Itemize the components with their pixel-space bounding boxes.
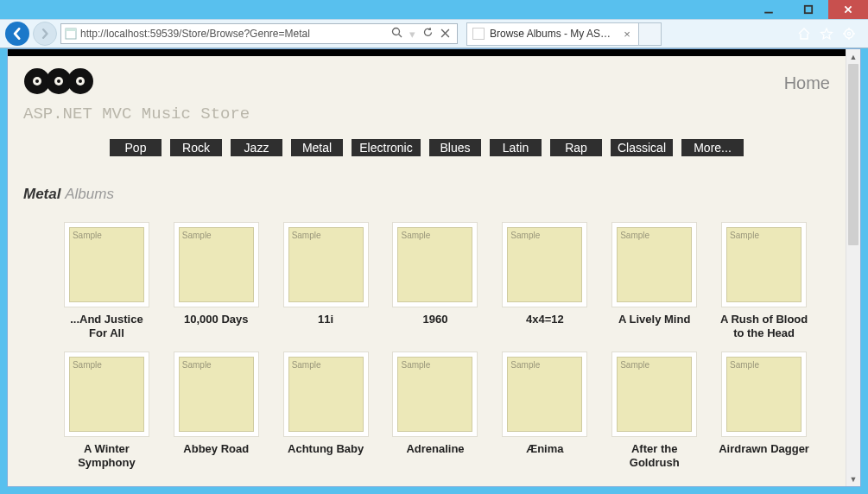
cover-placeholder: Sample bbox=[726, 227, 801, 302]
svg-point-10 bbox=[845, 29, 853, 38]
browser-viewport: Home ASP.NET MVC Music Store PopRockJazz… bbox=[7, 48, 861, 487]
album-cover[interactable]: Sample bbox=[283, 352, 369, 437]
album-item[interactable]: SampleA Lively Mind bbox=[607, 222, 701, 339]
scroll-down-button[interactable]: ▼ bbox=[846, 472, 860, 486]
album-item[interactable]: SampleAfter the Goldrush bbox=[607, 352, 701, 469]
album-title: A Rush of Blood to the Head bbox=[717, 313, 811, 339]
album-cover[interactable]: Sample bbox=[611, 352, 697, 437]
album-item[interactable]: SampleAdrenaline bbox=[389, 352, 483, 469]
album-title: A Winter Symphony bbox=[60, 442, 154, 469]
cover-placeholder: Sample bbox=[617, 357, 692, 432]
album-item[interactable]: SampleAbbey Road bbox=[169, 352, 263, 469]
album-item[interactable]: Sample4x4=12 bbox=[497, 222, 592, 339]
window-titlebar bbox=[0, 0, 868, 19]
genre-link-rock[interactable]: Rock bbox=[170, 139, 222, 156]
album-item[interactable]: SampleAchtung Baby bbox=[279, 352, 373, 469]
genre-link-latin[interactable]: Latin bbox=[490, 139, 542, 156]
vertical-scrollbar[interactable]: ▲ ▼ bbox=[846, 49, 860, 486]
cover-placeholder: Sample bbox=[179, 227, 254, 302]
album-title: After the Goldrush bbox=[607, 442, 701, 469]
cover-sample-label: Sample bbox=[292, 360, 321, 370]
svg-rect-5 bbox=[66, 28, 76, 31]
svg-point-23 bbox=[57, 79, 60, 83]
album-title: ...And Justice For All bbox=[60, 313, 154, 339]
cover-sample-label: Sample bbox=[182, 360, 212, 370]
album-title: Achtung Baby bbox=[288, 442, 364, 456]
genre-link-blues[interactable]: Blues bbox=[429, 139, 481, 156]
genre-link-pop[interactable]: Pop bbox=[110, 139, 162, 156]
site-logo[interactable] bbox=[23, 65, 94, 101]
album-cover[interactable]: Sample bbox=[64, 222, 149, 307]
refresh-icon[interactable] bbox=[422, 27, 434, 41]
album-cover[interactable]: Sample bbox=[283, 222, 369, 307]
nav-forward-button[interactable] bbox=[33, 22, 57, 46]
cover-sample-label: Sample bbox=[620, 360, 649, 370]
address-bar[interactable]: ▾ bbox=[60, 23, 458, 44]
album-cover[interactable]: Sample bbox=[502, 352, 587, 437]
genre-link-classical[interactable]: Classical bbox=[611, 139, 673, 156]
genre-link-metal[interactable]: Metal bbox=[291, 139, 343, 156]
album-item[interactable]: Sample11i bbox=[279, 222, 373, 339]
album-cover[interactable]: Sample bbox=[721, 352, 807, 437]
album-cover[interactable]: Sample bbox=[721, 222, 807, 307]
browser-tab[interactable]: Browse Albums - My ASP.N... × bbox=[466, 22, 639, 46]
section-genre-name: Metal bbox=[23, 186, 60, 202]
tools-icon[interactable] bbox=[842, 27, 856, 41]
logo-rings-icon bbox=[23, 65, 94, 98]
favorites-icon[interactable] bbox=[820, 27, 833, 41]
album-cover[interactable]: Sample bbox=[392, 222, 478, 307]
album-item[interactable]: SampleÆnima bbox=[497, 352, 592, 469]
cover-placeholder: Sample bbox=[397, 227, 472, 302]
genre-link-jazz[interactable]: Jazz bbox=[231, 139, 282, 156]
svg-point-24 bbox=[79, 79, 82, 83]
tab-favicon-icon bbox=[472, 28, 485, 40]
window-minimize-button[interactable] bbox=[749, 0, 789, 19]
album-item[interactable]: Sample10,000 Days bbox=[169, 222, 263, 339]
page-favicon-icon bbox=[65, 28, 77, 40]
cover-placeholder: Sample bbox=[397, 357, 472, 432]
album-item[interactable]: Sample...And Justice For All bbox=[60, 222, 154, 339]
stop-icon[interactable] bbox=[440, 28, 450, 41]
tab-strip: Browse Albums - My ASP.N... × bbox=[466, 22, 662, 46]
album-item[interactable]: SampleA Rush of Blood to the Head bbox=[717, 222, 811, 339]
cover-placeholder: Sample bbox=[69, 357, 144, 432]
genre-link-rap[interactable]: Rap bbox=[550, 139, 602, 156]
window-maximize-button[interactable] bbox=[789, 0, 828, 19]
cover-sample-label: Sample bbox=[73, 360, 102, 370]
album-cover[interactable]: Sample bbox=[174, 352, 259, 437]
window-close-button[interactable] bbox=[828, 0, 868, 19]
nav-back-button[interactable] bbox=[5, 22, 29, 46]
home-icon[interactable] bbox=[797, 27, 811, 41]
svg-point-11 bbox=[847, 32, 850, 35]
cover-sample-label: Sample bbox=[510, 231, 540, 240]
album-item[interactable]: SampleAirdrawn Dagger bbox=[717, 352, 811, 469]
page-scroll-area[interactable]: Home ASP.NET MVC Music Store PopRockJazz… bbox=[8, 49, 846, 486]
album-item[interactable]: Sample1960 bbox=[389, 222, 483, 339]
album-grid: Sample...And Justice For AllSample10,000… bbox=[8, 203, 846, 486]
cover-sample-label: Sample bbox=[292, 231, 321, 240]
album-cover[interactable]: Sample bbox=[502, 222, 587, 307]
scroll-up-button[interactable]: ▲ bbox=[846, 49, 860, 64]
album-cover[interactable]: Sample bbox=[64, 352, 149, 437]
album-title: Adrenaline bbox=[406, 442, 464, 456]
cover-placeholder: Sample bbox=[507, 357, 582, 432]
album-cover[interactable]: Sample bbox=[174, 222, 259, 307]
genre-link-electronic[interactable]: Electronic bbox=[352, 139, 421, 156]
svg-point-6 bbox=[393, 28, 400, 35]
tab-close-button[interactable]: × bbox=[621, 28, 633, 41]
new-tab-button[interactable] bbox=[639, 22, 662, 46]
album-title: 1960 bbox=[423, 313, 448, 326]
album-item[interactable]: SampleA Winter Symphony bbox=[60, 352, 154, 469]
genre-link-more[interactable]: More... bbox=[681, 139, 744, 156]
album-cover[interactable]: Sample bbox=[392, 352, 478, 437]
album-cover[interactable]: Sample bbox=[611, 222, 697, 307]
home-nav-link[interactable]: Home bbox=[784, 73, 830, 93]
svg-rect-1 bbox=[805, 6, 812, 13]
address-bar-controls: ▾ bbox=[388, 27, 453, 41]
scroll-thumb[interactable] bbox=[848, 64, 858, 245]
url-input[interactable] bbox=[80, 28, 384, 40]
search-icon[interactable] bbox=[391, 27, 402, 41]
cover-sample-label: Sample bbox=[730, 231, 759, 240]
separator: ▾ bbox=[409, 28, 415, 41]
cover-placeholder: Sample bbox=[288, 227, 364, 302]
